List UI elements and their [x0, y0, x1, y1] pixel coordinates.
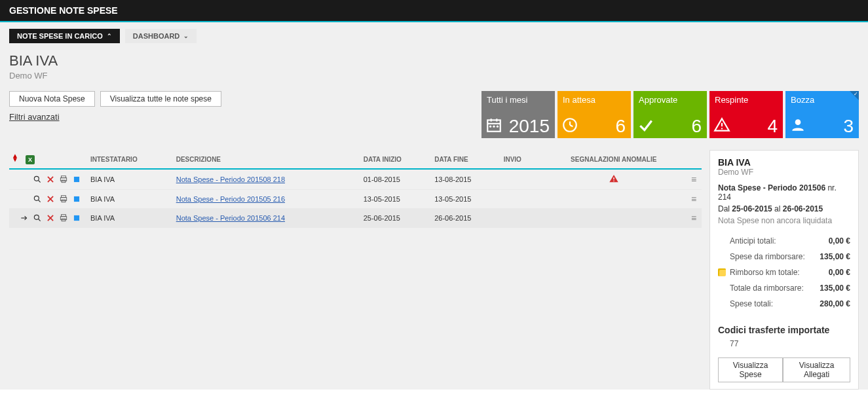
svg-rect-20: [62, 180, 66, 183]
row-actions: [12, 213, 85, 223]
description-link[interactable]: Nota Spese - Periodo 201508 218: [176, 175, 285, 183]
status-square-icon: [72, 175, 81, 184]
cell-anomalia: [538, 169, 689, 190]
svg-point-12: [721, 128, 723, 129]
main-flex: ▲▼ x Intestatario Descrizione Data Inizi…: [9, 150, 859, 390]
row-menu-icon[interactable]: ≡: [691, 213, 696, 223]
svg-line-35: [39, 219, 41, 221]
cell-intestatario: BIA IVA: [88, 209, 174, 228]
view-icon[interactable]: [33, 194, 42, 204]
table-row[interactable]: BIA IVANota Spese - Periodo 201505 21613…: [9, 190, 702, 209]
codes-title: Codici trasferte importate: [718, 325, 850, 335]
view-all-button[interactable]: Visualizza tutte le note spese: [100, 91, 221, 107]
detail-status: Nota Spese non ancora liquidata: [718, 216, 850, 225]
summary-tile-user[interactable]: Bozza3✓: [785, 91, 859, 138]
amount-label: Anticipi totali:: [718, 236, 776, 246]
summary-tile-check[interactable]: Approvate6: [633, 91, 707, 138]
th-data-inizio[interactable]: Data Inizio: [361, 150, 432, 169]
th-menu: [689, 150, 702, 169]
svg-rect-31: [62, 200, 66, 202]
tile-check-icon: ✓: [854, 91, 858, 97]
detail-desc-prefix: Nota Spese - Periodo 201506: [718, 183, 825, 192]
tile-value: 3: [843, 116, 854, 137]
th-invio[interactable]: Invio: [501, 150, 539, 169]
codes-value: 77: [718, 339, 850, 348]
summary-tile-calendar[interactable]: Tutti i mesi2015: [481, 91, 555, 138]
detail-dates: Dal 25-06-2015 al 26-06-2015: [718, 204, 850, 213]
amount-value: 135,00 €: [820, 252, 850, 261]
summary-tile-warn[interactable]: Respinte4: [709, 91, 783, 138]
detail-al-value: 26-06-2015: [783, 204, 823, 213]
th-segnalazioni[interactable]: Segnalazioni Anomalie: [538, 150, 689, 169]
cell-data-fine: 13-08-2015: [432, 169, 500, 190]
row-menu-icon[interactable]: ≡: [691, 174, 696, 185]
excel-export-icon[interactable]: x: [26, 155, 35, 164]
clock-icon: [561, 117, 578, 136]
new-nota-spese-button[interactable]: Nuova Nota Spese: [9, 91, 95, 107]
amount-label: Spese da rimborsare:: [718, 252, 805, 261]
view-expenses-button[interactable]: Visualizza Spese: [718, 357, 783, 382]
detail-amount-row: Spese totali:280,00 €: [718, 296, 850, 312]
svg-rect-41: [74, 215, 79, 221]
amount-value: 280,00 €: [820, 299, 850, 308]
print-icon[interactable]: [59, 213, 68, 223]
print-icon[interactable]: [59, 175, 68, 184]
tile-value: 6: [691, 116, 702, 137]
toolbar-left: Nuova Nota Spese Visualizza tutte le not…: [9, 91, 221, 122]
svg-line-9: [570, 125, 573, 126]
tile-label: Bozza: [791, 95, 854, 105]
view-icon[interactable]: [33, 175, 42, 184]
detail-amount-row: Rimborso km totale:0,00 €: [718, 265, 850, 280]
svg-line-15: [39, 181, 41, 183]
tab-label: DASHBOARD: [133, 32, 180, 40]
page-title: BIA IVA: [9, 52, 859, 69]
toolbar-row: Nuova Nota Spese Visualizza tutte le not…: [9, 91, 859, 138]
print-icon[interactable]: [59, 194, 68, 204]
svg-rect-32: [74, 196, 79, 202]
tab-note-spese-in-carico[interactable]: NOTE SPESE IN CARICO ⌃: [9, 29, 120, 43]
tile-label: Respinte: [715, 95, 778, 105]
detail-amount-row: Anticipi totali:0,00 €: [718, 233, 850, 249]
summary-tile-clock[interactable]: In attesa6: [557, 91, 631, 138]
delete-icon[interactable]: [46, 175, 55, 184]
check-icon: [637, 117, 654, 136]
table-row[interactable]: BIA IVANota Spese - Periodo 201508 21801…: [9, 169, 702, 190]
tile-value: 4: [767, 116, 778, 137]
sort-icon[interactable]: ▲▼: [12, 154, 18, 162]
cell-intestatario: BIA IVA: [88, 190, 174, 209]
description-link[interactable]: Nota Spese - Periodo 201505 216: [176, 195, 285, 203]
tab-dashboard[interactable]: DASHBOARD ⌄: [125, 29, 197, 43]
detail-al-label: al: [774, 204, 780, 213]
amount-label: Rimborso km totale:: [718, 268, 800, 277]
delete-icon[interactable]: [46, 213, 55, 223]
th-intestatario[interactable]: Intestatario: [88, 150, 174, 169]
row-menu-icon[interactable]: ≡: [691, 194, 696, 204]
view-attachments-button[interactable]: Visualizza Allegati: [783, 357, 850, 382]
detail-title: BIA IVA: [718, 157, 850, 168]
detail-nr-value: 214: [718, 192, 731, 202]
th-data-fine[interactable]: Data Fine: [432, 150, 500, 169]
cell-invio: [501, 209, 539, 228]
row-actions: [12, 175, 85, 184]
table-row[interactable]: BIA IVANota Spese - Periodo 201506 21425…: [9, 209, 702, 228]
view-icon[interactable]: [33, 213, 42, 223]
status-square-icon: [72, 194, 81, 204]
delete-icon[interactable]: [46, 194, 55, 204]
svg-rect-38: [62, 215, 66, 217]
app-header: GESTIONE NOTE SPESE: [0, 0, 868, 21]
svg-line-26: [39, 200, 41, 202]
svg-rect-40: [62, 219, 66, 221]
advanced-filters-link[interactable]: Filtri avanzati: [9, 112, 60, 122]
th-descrizione[interactable]: Descrizione: [174, 150, 361, 169]
description-link[interactable]: Nota Spese - Periodo 201506 214: [176, 214, 285, 222]
summary-tiles: Tutti i mesi2015In attesa6Approvate6Resp…: [481, 91, 859, 138]
cell-invio: [501, 190, 539, 209]
tile-label: Approvate: [639, 95, 702, 105]
tile-label: Tutti i mesi: [487, 95, 550, 105]
chevron-up-icon: ⌃: [107, 33, 112, 39]
th-actions: ▲▼ x: [9, 150, 88, 169]
tab-label: NOTE SPESE IN CARICO: [17, 32, 103, 40]
tile-value: 2015: [509, 116, 550, 137]
button-row: Nuova Nota Spese Visualizza tutte le not…: [9, 91, 221, 107]
cell-data-fine: 13-05-2015: [432, 190, 500, 209]
